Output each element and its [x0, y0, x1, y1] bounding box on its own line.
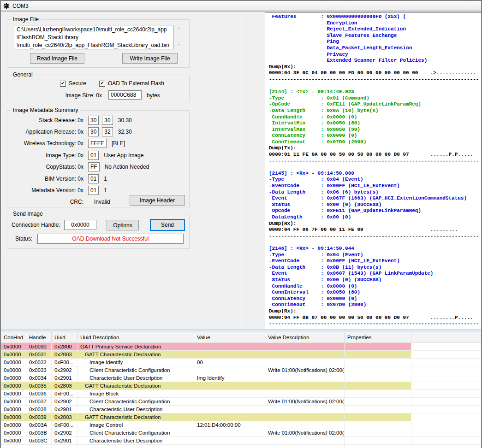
log-line: -Data Length : 0x06 (6) bytes(s): [269, 189, 481, 196]
table-cell: [194, 366, 265, 374]
column-header[interactable]: Value Description: [265, 332, 345, 343]
metadata-row-note: User App Image: [104, 152, 143, 159]
table-cell: 0x2901: [52, 406, 77, 413]
table-cell: Client Characteristic Configuration: [77, 366, 194, 374]
table-cell: 0x2803: [52, 351, 77, 359]
column-header[interactable]: Handle: [26, 332, 52, 343]
metadata-value-input[interactable]: 01: [88, 186, 99, 195]
table-cell: [265, 445, 345, 448]
table-cell-filler: [411, 374, 481, 382]
table-cell: 0x0000: [1, 437, 26, 445]
metadata-value-input[interactable]: 01: [88, 151, 99, 160]
log-line: ConnHandle : 0x0000 (0): [269, 114, 481, 121]
metadata-row-label: BIM Version: 0x: [11, 176, 83, 182]
table-cell: 0x0037: [26, 398, 52, 406]
image-size-input[interactable]: 0000C688: [108, 90, 142, 100]
table-cell-filler: [411, 359, 481, 366]
metadata-row-note: 1: [104, 187, 107, 194]
metadata-value-input[interactable]: 30: [88, 127, 99, 136]
metadata-row-note: [BLE]: [112, 140, 125, 147]
metadata-value-input[interactable]: 30: [102, 116, 113, 125]
column-header[interactable]: Value: [194, 332, 265, 343]
hci-log[interactable]: Features : 0x00000000000000FD (253) ( En…: [265, 12, 482, 330]
table-cell: Image Block: [77, 390, 194, 398]
log-line: ConnTimeout : 0x07D0 (2000): [269, 302, 481, 308]
metadata-row: Metadata Version: 0x011: [11, 184, 185, 196]
secure-checkbox[interactable]: ✔ Secure: [60, 80, 86, 87]
table-row[interactable]: 0x00000x003A0xF00...Image Control12:01:D…: [1, 421, 481, 429]
table-row[interactable]: 0x00000x00390x2803GATT Characteristic De…: [1, 413, 481, 421]
scroll-up-icon[interactable]: ▲: [176, 26, 182, 29]
table-row[interactable]: 0x00000x00340x2901Characteristic User De…: [1, 374, 481, 382]
secure-checkbox-box[interactable]: ✔: [60, 81, 66, 87]
table-cell: 0x0000: [1, 359, 26, 366]
gatt-table-body: 0x00000x00300x2800GATT Primary Service D…: [1, 343, 481, 448]
general-group-label: General: [11, 71, 35, 78]
table-row[interactable]: 0x00000x00310x2803GATT Characteristic De…: [1, 351, 481, 359]
log-line: ConnInterval : 0x0050 (80): [269, 289, 481, 296]
gatt-table: ConHndHandleUuidUuid DescriptionValueVal…: [1, 332, 481, 448]
table-row[interactable]: 0x00000x00370x2902Client Characteristic …: [1, 398, 481, 406]
table-cell: Image Identify: [77, 359, 194, 366]
table-row[interactable]: [1, 445, 481, 448]
metadata-value-input[interactable]: 32: [102, 127, 113, 136]
metadata-value-input[interactable]: 01: [88, 174, 99, 183]
table-row[interactable]: 0x00000x00380x2901Characteristic User De…: [1, 406, 481, 413]
image-header-button[interactable]: Image Header: [130, 195, 185, 206]
table-cell: 0x0000: [1, 366, 26, 374]
log-line: -OpCode : 0xFE11 (GAP_UpdateLinkParamReq…: [269, 101, 481, 108]
table-row[interactable]: 0x00000x00300x2800GATT Primary Service D…: [1, 343, 481, 351]
column-header[interactable]: Properties: [345, 332, 411, 343]
log-line: Encryption: [269, 20, 481, 27]
table-row[interactable]: 0x00000x00350x2803GATT Characteristic De…: [1, 382, 481, 390]
log-line: Dump(Rx):: [269, 308, 481, 315]
metadata-value-input[interactable]: FFFE: [88, 139, 107, 148]
gatt-table-header: ConHndHandleUuidUuid DescriptionValueVal…: [1, 332, 481, 343]
metadata-value-input[interactable]: FF: [88, 162, 100, 171]
log-line: -Type : 0x04 (Event): [269, 177, 481, 183]
image-file-group-label: Image File: [11, 16, 41, 23]
metadata-value-input[interactable]: 30: [88, 116, 99, 125]
scroll-down-icon[interactable]: ▼: [176, 43, 182, 46]
table-cell: 0x0000: [1, 382, 26, 390]
log-line: [2145] : <Rx> - 09:14:50.000: [269, 171, 481, 177]
table-row[interactable]: 0x00000x00320xF00...Image Identify00: [1, 359, 481, 366]
table-cell: [265, 421, 345, 429]
table-cell: [345, 374, 411, 382]
table-row[interactable]: 0x00000x003B0x2902Client Characteristic …: [1, 429, 481, 437]
table-cell: [345, 437, 411, 445]
read-image-file-button[interactable]: Read Image File: [30, 53, 84, 64]
metadata-row-note: 30.30: [118, 117, 132, 124]
table-row[interactable]: 0x00000x00360xF00...Image Block: [1, 390, 481, 398]
metadata-row-note: No Action Needed: [105, 164, 149, 170]
write-image-file-button[interactable]: Write Image File: [122, 53, 178, 64]
log-line: -EventCode : 0x00FF (HCI_LE_ExtEvent): [269, 183, 481, 189]
column-header[interactable]: ConHnd: [1, 332, 26, 343]
image-file-path-input[interactable]: C:\Users\Liuzhengli\workspace10\multi_ro…: [14, 25, 173, 49]
table-row[interactable]: 0x00000x003C0x2901Characteristic User De…: [1, 437, 481, 445]
table-cell: 0x0030: [26, 343, 52, 351]
log-line: [269, 83, 481, 89]
connection-handle-label: Connection Handle:: [12, 222, 60, 228]
oad-external-flash-checkbox[interactable]: ✔ OAD To External Flash: [99, 80, 164, 87]
oad-external-flash-checkbox-box[interactable]: ✔: [99, 81, 105, 87]
table-cell-filler: [411, 429, 481, 437]
log-line: [2146] : <Rx> - 09:14:50.044: [269, 246, 481, 252]
log-line: -Type : 0x01 (Command): [269, 95, 481, 102]
table-cell: [345, 382, 411, 390]
column-header[interactable]: Uuid: [52, 332, 77, 343]
log-line: [269, 239, 481, 246]
table-cell: [194, 398, 265, 406]
send-button[interactable]: Send: [150, 219, 185, 231]
title-bar[interactable]: COM3: [1, 1, 481, 11]
table-cell: [52, 445, 77, 448]
options-button[interactable]: Options: [107, 220, 139, 230]
table-cell: 0x0000: [1, 421, 26, 429]
connection-handle-input[interactable]: 0x0000: [64, 220, 96, 230]
table-cell: [265, 343, 345, 351]
table-cell: [265, 413, 345, 421]
app-window: COM3 Image File C:\Users\Liuzhengli\work…: [0, 0, 482, 448]
table-row[interactable]: 0x00000x00330x2902Client Characteristic …: [1, 366, 481, 374]
column-header[interactable]: Uuid Description: [77, 332, 194, 343]
table-cell: 00: [194, 359, 265, 366]
